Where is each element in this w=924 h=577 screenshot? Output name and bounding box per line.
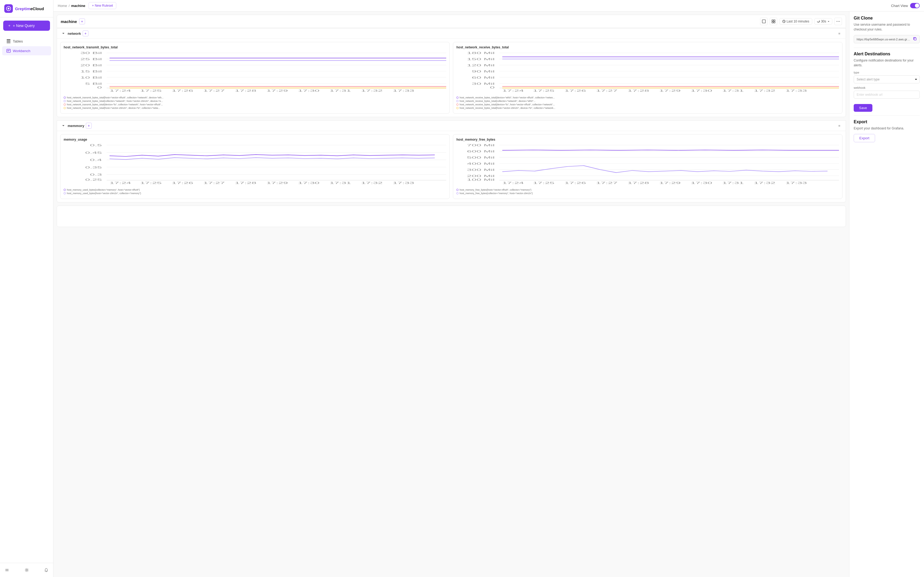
git-clone-desc: Use service username and password to che… <box>854 22 920 32</box>
breadcrumb: Home / machine <box>58 4 85 8</box>
memory-free-title: host_memory_free_bytes <box>456 138 839 142</box>
svg-text:17:25: 17:25 <box>533 181 554 184</box>
git-clone-title: Git Clone <box>854 16 920 21</box>
sidebar: GreptimeCloud ＋ + New Query Tables Workb… <box>0 0 53 577</box>
svg-text:17:31: 17:31 <box>330 181 351 184</box>
table-icon <box>6 39 11 44</box>
webhook-field-label: webhook <box>854 86 920 89</box>
svg-text:0.3: 0.3 <box>90 173 102 176</box>
svg-text:300 Mil: 300 Mil <box>467 168 494 171</box>
svg-text:17:25: 17:25 <box>140 181 162 184</box>
svg-text:17:27: 17:27 <box>596 181 618 184</box>
collapse-memmory-btn[interactable] <box>61 123 66 128</box>
svg-text:15 Bil: 15 Bil <box>80 70 102 73</box>
memmory-section: memmory + ≡ memory_usage <box>57 120 846 202</box>
memory-usage-chart-area: 0.5 0.45 0.4 0.35 0.3 0.25 17:24 <box>64 143 446 186</box>
network-charts-grid: host_network_transmit_bytes_total <box>57 39 846 117</box>
grid-single-btn[interactable] <box>760 18 768 25</box>
export-button[interactable]: Export <box>854 134 875 142</box>
git-url-text: https://6qr5e68t5wpn.us-west-2.aws.grept… <box>856 38 911 41</box>
memmory-charts-grid: memory_usage 0.5 0.45 <box>57 131 846 202</box>
export-desc: Export your dashboard for Grafana. <box>854 126 920 131</box>
svg-text:0.4: 0.4 <box>90 158 102 162</box>
sidebar-item-workbench[interactable]: Workbench <box>2 46 51 55</box>
svg-text:17:33: 17:33 <box>393 89 414 92</box>
new-query-button[interactable]: ＋ + New Query <box>3 21 50 31</box>
svg-text:17:33: 17:33 <box>786 89 807 92</box>
type-field-label: type <box>854 71 920 74</box>
save-button[interactable]: Save <box>854 104 872 112</box>
grid-multi-btn[interactable] <box>770 18 777 25</box>
svg-text:17:24: 17:24 <box>109 181 131 184</box>
logo-text: GreptimeCloud <box>15 6 44 11</box>
svg-text:17:31: 17:31 <box>330 89 351 92</box>
svg-text:60 Mil: 60 Mil <box>472 76 494 79</box>
svg-text:600 Mil: 600 Mil <box>467 150 494 153</box>
svg-rect-4 <box>7 43 10 44</box>
alert-destinations-desc: Configure notification destinations for … <box>854 58 920 68</box>
plus-icon: ＋ <box>8 23 11 28</box>
svg-text:180 Mil: 180 Mil <box>467 52 494 55</box>
copy-icon[interactable] <box>913 37 917 42</box>
svg-text:17:27: 17:27 <box>596 89 618 92</box>
add-memmory-panel-btn[interactable]: + <box>86 123 92 129</box>
type-select-wrapper: Select alert type <box>854 76 920 84</box>
svg-text:17:29: 17:29 <box>659 181 681 184</box>
memmory-menu-btn[interactable]: ≡ <box>837 123 842 128</box>
settings-icon[interactable] <box>23 566 31 574</box>
svg-text:150 Mil: 150 Mil <box>467 58 494 61</box>
svg-rect-13 <box>772 22 773 23</box>
memory-free-chart-area: 700 Mil 600 Mil 500 Mil 400 Mil 300 Mil … <box>456 143 839 186</box>
svg-point-16 <box>837 21 837 22</box>
svg-text:400 Mil: 400 Mil <box>467 162 494 165</box>
breadcrumb-home[interactable]: Home <box>58 4 67 8</box>
svg-text:17:32: 17:32 <box>361 89 383 92</box>
svg-text:17:26: 17:26 <box>564 89 586 92</box>
time-range-selector[interactable]: Last 10 minutes <box>779 18 812 24</box>
logo-icon <box>4 4 13 13</box>
dashboard-header: machine + <box>57 15 846 28</box>
svg-rect-1 <box>7 39 10 40</box>
chart-view-switch[interactable] <box>910 3 920 8</box>
memory-usage-chart-card: memory_usage 0.5 0.45 <box>60 134 450 199</box>
alert-type-select[interactable]: Select alert type <box>854 76 920 84</box>
add-network-panel-btn[interactable]: + <box>83 31 89 36</box>
chart-view-toggle: Chart View <box>891 3 920 8</box>
menu-icon[interactable] <box>3 566 11 574</box>
time-range-label: Last 10 minutes <box>787 19 809 23</box>
dashboard-controls: Last 10 minutes 30s <box>760 18 842 25</box>
network-menu-btn[interactable]: ≡ <box>837 31 842 36</box>
network-section: network + ≡ host_network_transmit_bytes_… <box>57 28 846 117</box>
svg-text:17:30: 17:30 <box>298 89 319 92</box>
refresh-selector[interactable]: 30s <box>815 18 832 24</box>
svg-point-17 <box>838 21 839 22</box>
svg-text:17:26: 17:26 <box>172 181 193 184</box>
svg-text:17:30: 17:30 <box>691 181 712 184</box>
svg-text:17:27: 17:27 <box>203 89 225 92</box>
git-url-box: https://6qr5e68t5wpn.us-west-2.aws.grept… <box>854 35 920 44</box>
svg-text:500 Mil: 500 Mil <box>467 156 494 160</box>
alert-destinations-title: Alert Destinations <box>854 52 920 56</box>
svg-text:17:32: 17:32 <box>361 181 383 184</box>
more-options-btn[interactable] <box>834 18 842 25</box>
svg-point-9 <box>26 569 27 571</box>
dashboard-main: machine + <box>53 11 849 577</box>
bell-icon[interactable] <box>42 566 50 574</box>
svg-text:5 Bil: 5 Bil <box>85 82 102 85</box>
svg-rect-6 <box>5 569 8 569</box>
sidebar-item-tables[interactable]: Tables <box>2 37 51 46</box>
collapse-network-btn[interactable] <box>61 31 66 36</box>
add-panel-button[interactable]: + <box>79 18 85 24</box>
new-ruleset-label: + New Ruleset <box>92 4 113 8</box>
svg-rect-10 <box>762 20 765 23</box>
webhook-input[interactable] <box>854 91 920 99</box>
svg-text:17:26: 17:26 <box>172 89 193 92</box>
refresh-rate-label: 30s <box>821 19 826 23</box>
nav-items: Tables Workbench <box>0 34 53 563</box>
new-ruleset-button[interactable]: + New Ruleset <box>89 2 116 9</box>
svg-rect-11 <box>772 20 773 21</box>
dashboard-title: machine <box>61 19 77 24</box>
svg-text:17:31: 17:31 <box>723 181 744 184</box>
receive-chart-title: host_network_receive_bytes_total <box>456 45 839 49</box>
more-sections-placeholder <box>57 206 846 227</box>
